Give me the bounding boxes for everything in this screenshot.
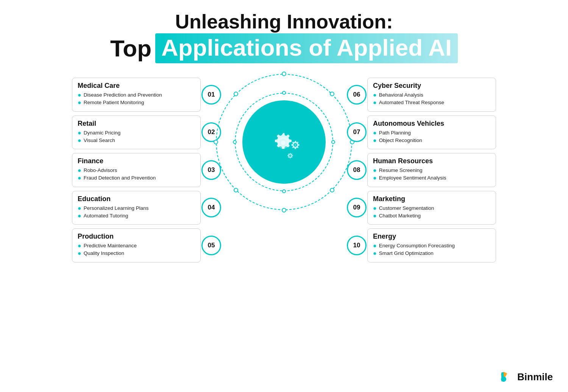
badge-circle-05: 05 xyxy=(201,236,221,255)
card-item-text: Object Recognition xyxy=(379,137,422,144)
ring-dot-tr xyxy=(330,92,334,96)
inner-dot-bottom xyxy=(282,189,286,193)
card-title-08: Human Resources xyxy=(373,157,490,165)
gear-container xyxy=(212,70,356,214)
badge-circle-06: 06 xyxy=(347,85,367,105)
bullet-icon: ● xyxy=(373,167,377,173)
card-item: ●Energy Consumption Forecasting xyxy=(373,242,490,250)
card-item-text: Behavioral Analysis xyxy=(379,91,423,99)
header-line2: Top Applications of Applied AI xyxy=(0,33,568,63)
inner-dot-right xyxy=(331,140,335,144)
card-item-text: Smart Grid Optimization xyxy=(379,250,434,257)
card-item: ●Behavioral Analysis xyxy=(373,91,490,99)
card-item: ●Customer Segmentation xyxy=(373,205,490,212)
card-item-text: Personalized Learning Plans xyxy=(84,205,149,212)
card-item-text: Predictive Maintenance xyxy=(84,242,137,250)
inner-dot-top xyxy=(282,91,286,95)
card-item: ●Automated Tutoring xyxy=(78,212,195,220)
card-item-text: Employee Sentiment Analysis xyxy=(379,174,446,182)
card-item-text: Resume Screening xyxy=(379,167,423,174)
left-card-03: Finance●Robo-Advisors●Fraud Detection an… xyxy=(72,153,201,187)
card-item: ●Employee Sentiment Analysis xyxy=(373,174,490,182)
bullet-icon: ● xyxy=(78,205,81,211)
card-item: ●Chatbot Marketing xyxy=(373,212,490,220)
center-diagram xyxy=(204,70,364,214)
card-title-10: Energy xyxy=(373,233,490,241)
bullet-icon: ● xyxy=(78,167,81,173)
gears-svg xyxy=(254,112,314,172)
badge-circle-07: 07 xyxy=(347,122,367,142)
badge-circle-10: 10 xyxy=(347,236,367,255)
card-item: ●Fraud Detection and Prevention xyxy=(78,174,195,182)
badge-05: 05 xyxy=(201,236,221,255)
bullet-icon: ● xyxy=(373,175,377,181)
card-item-text: Dynamic Pricing xyxy=(84,129,121,137)
card-title-07: Autonomous Vehicles xyxy=(373,120,490,128)
card-item: ●Personalized Learning Plans xyxy=(78,205,195,212)
ring-dot-tl xyxy=(234,92,238,96)
bullet-icon: ● xyxy=(373,92,377,98)
logo-icon xyxy=(497,369,513,385)
bullet-icon: ● xyxy=(78,130,81,136)
left-card-05: Production●Predictive Maintenance●Qualit… xyxy=(72,228,201,262)
card-item-text: Disease Prediction and Prevention xyxy=(84,91,162,99)
svg-point-4 xyxy=(295,144,296,146)
badge-circle-09: 09 xyxy=(347,198,367,217)
ring-dot-bl xyxy=(234,188,238,192)
card-item: ●Automated Threat Response xyxy=(373,99,490,106)
bullet-icon: ● xyxy=(373,137,377,144)
badge-09: 09 xyxy=(347,198,367,217)
svg-point-6 xyxy=(290,155,291,156)
inner-dot-left xyxy=(233,140,237,144)
svg-point-7 xyxy=(497,369,513,385)
right-card-08: Human Resources●Resume Screening●Employe… xyxy=(367,153,496,187)
card-item: ●Resume Screening xyxy=(373,167,490,174)
card-item-text: Path Planning xyxy=(379,129,411,137)
bullet-icon: ● xyxy=(78,250,81,256)
bullet-icon: ● xyxy=(78,243,81,249)
card-item: ●Dynamic Pricing xyxy=(78,129,195,137)
logo-area: Binmile xyxy=(497,369,553,385)
card-title-05: Production xyxy=(78,233,195,241)
card-item-text: Automated Tutoring xyxy=(84,212,128,220)
ring-dot-top xyxy=(282,72,286,76)
svg-point-11 xyxy=(505,373,507,375)
bullet-icon: ● xyxy=(78,175,81,181)
card-title-01: Medical Care xyxy=(78,82,195,90)
bullet-icon: ● xyxy=(373,250,377,256)
bullet-icon: ● xyxy=(373,205,377,211)
logo-text: Binmile xyxy=(517,371,553,383)
card-item-text: Automated Threat Response xyxy=(379,99,444,106)
badge-06: 06 xyxy=(347,85,367,105)
bullet-icon: ● xyxy=(78,213,81,219)
bullet-icon: ● xyxy=(78,92,81,98)
card-title-04: Education xyxy=(78,195,195,203)
left-card-01: Medical Care●Disease Prediction and Prev… xyxy=(72,78,201,112)
left-card-04: Education●Personalized Learning Plans●Au… xyxy=(72,191,201,225)
badge-circle-08: 08 xyxy=(347,160,367,180)
card-item-text: Remote Patient Monitoring xyxy=(84,99,144,106)
right-column: Cyber Security●Behavioral Analysis●Autom… xyxy=(367,78,496,262)
left-column: Medical Care●Disease Prediction and Prev… xyxy=(72,78,201,262)
right-card-06: Cyber Security●Behavioral Analysis●Autom… xyxy=(367,78,496,112)
ring-dot-bottom xyxy=(282,208,286,212)
svg-rect-10 xyxy=(501,372,504,381)
card-item-text: Chatbot Marketing xyxy=(379,212,421,220)
bullet-icon: ● xyxy=(373,243,377,249)
card-item: ●Predictive Maintenance xyxy=(78,242,195,250)
card-item-text: Customer Segmentation xyxy=(379,205,434,212)
badge-10: 10 xyxy=(347,236,367,255)
bullet-icon: ● xyxy=(373,213,377,219)
card-item-text: Fraud Detection and Prevention xyxy=(84,174,156,182)
bullet-icon: ● xyxy=(373,130,377,136)
card-item-text: Visual Search xyxy=(84,137,115,144)
card-item: ●Remote Patient Monitoring xyxy=(78,99,195,106)
card-item-text: Energy Consumption Forecasting xyxy=(379,242,455,250)
header-prefix: Top xyxy=(110,35,151,62)
card-item: ●Smart Grid Optimization xyxy=(373,250,490,257)
card-item: ●Object Recognition xyxy=(373,137,490,144)
card-item: ●Quality Inspection xyxy=(78,250,195,257)
ring-dot-left xyxy=(214,140,218,144)
bullet-icon: ● xyxy=(78,137,81,144)
card-item: ●Path Planning xyxy=(373,129,490,137)
